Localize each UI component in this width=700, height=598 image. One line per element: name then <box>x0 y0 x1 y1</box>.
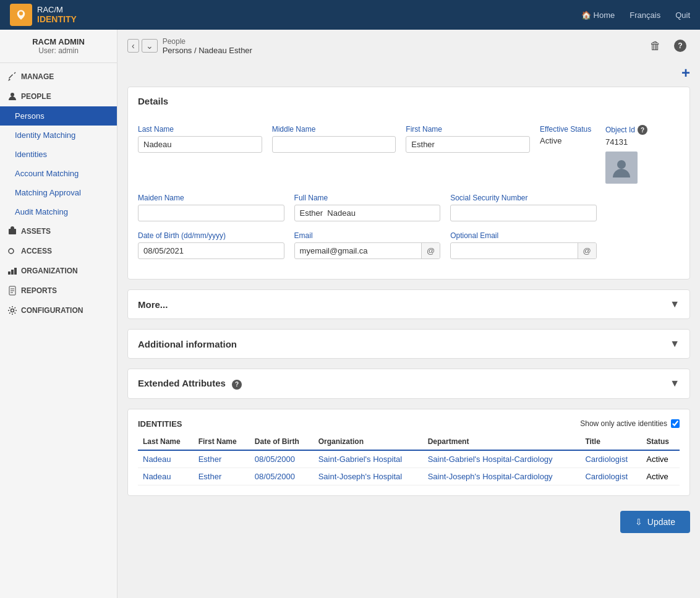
email-group: Email @ <box>294 231 441 259</box>
identities-section: IDENTITIES Show only active identities L… <box>127 409 690 496</box>
identities-title: IDENTITIES <box>138 419 182 429</box>
extended-attributes-section: Extended Attributes ? ▼ <box>127 369 690 399</box>
additional-info-header[interactable]: Additional information ▼ <box>128 330 689 358</box>
middle-name-input[interactable] <box>272 136 396 153</box>
identities-header: IDENTITIES Show only active identities <box>138 419 680 429</box>
extended-attributes-header[interactable]: Extended Attributes ? ▼ <box>128 369 689 398</box>
sidebar-userrole: User: admin <box>5 46 112 55</box>
main-content: ‹ ⌄ People Persons / Nadeau Esther 🗑 ? + <box>117 30 700 598</box>
sidebar-category-manage[interactable]: MANAGE <box>0 67 117 87</box>
col-last-name: Last Name <box>138 434 194 450</box>
add-button[interactable]: + <box>681 64 690 82</box>
col-first-name: First Name <box>194 434 250 450</box>
prev-button[interactable]: ‹ <box>127 39 139 53</box>
optional-email-group: Optional Email @ <box>450 231 597 259</box>
last-name-input[interactable] <box>138 136 262 153</box>
more-collapse-icon[interactable]: ▼ <box>670 299 680 310</box>
svg-rect-3 <box>9 229 16 234</box>
breadcrumb-bar: ‹ ⌄ People Persons / Nadeau Esther 🗑 ? <box>117 30 700 62</box>
svg-point-4 <box>9 249 14 254</box>
update-button[interactable]: ⇩ Update <box>620 511 690 533</box>
sidebar-item-matching-approval[interactable]: Matching Approval <box>0 183 117 202</box>
sidebar-category-access[interactable]: ACCESS <box>0 241 117 261</box>
update-row: ⇩ Update <box>117 506 700 540</box>
organization-icon <box>7 266 17 276</box>
last-name-label: Last Name <box>138 125 262 134</box>
dob-input[interactable] <box>138 242 284 259</box>
sidebar-item-account-matching[interactable]: Account Matching <box>0 164 117 183</box>
ssn-label: Social Security Number <box>450 194 597 202</box>
col-status: Status <box>641 434 680 450</box>
sidebar-item-persons[interactable]: Persons <box>0 106 117 126</box>
language-link[interactable]: Français <box>630 11 660 20</box>
extended-attributes-title: Extended Attributes ? <box>138 378 242 390</box>
maiden-name-input[interactable] <box>138 205 284 221</box>
home-link[interactable]: 🏠 Home <box>581 11 615 20</box>
sidebar: RACM ADMIN User: admin MANAGE PEOPLE Per… <box>0 30 117 598</box>
app-name: RAC/M IDENTITY <box>37 5 77 25</box>
help-icon: ? <box>674 40 686 52</box>
sidebar-category-reports[interactable]: REPORTS <box>0 281 117 301</box>
sidebar-item-identity-matching[interactable]: Identity Matching <box>0 126 117 145</box>
show-active-checkbox[interactable] <box>671 419 680 428</box>
email-at-icon: @ <box>421 243 440 258</box>
wrench-icon <box>7 72 17 82</box>
col-title: Title <box>580 434 641 450</box>
logo-area: RAC/M IDENTITY <box>10 4 77 26</box>
object-id-value: 74131 <box>605 137 680 147</box>
nav-arrows: ‹ ⌄ <box>127 39 158 53</box>
email-input[interactable] <box>295 243 421 258</box>
optional-email-label: Optional Email <box>450 231 597 240</box>
table-row: NadeauEsther08/05/2000Saint-Joseph's Hos… <box>138 468 680 485</box>
form-row-3: Date of Birth (dd/mm/yyyy) Email @ Optio… <box>138 231 680 259</box>
object-id-group: Object Id ? 74131 <box>605 125 680 184</box>
breadcrumb-left: ‹ ⌄ People Persons / Nadeau Esther <box>127 37 252 55</box>
add-button-row: + <box>117 62 700 87</box>
help-button[interactable]: ? <box>670 36 690 56</box>
additional-info-collapse-icon[interactable]: ▼ <box>670 338 680 349</box>
details-content: Last Name Middle Name First Name Effecti… <box>128 115 689 279</box>
sidebar-item-audit-matching[interactable]: Audit Matching <box>0 202 117 221</box>
sidebar-item-identities[interactable]: Identities <box>0 145 117 164</box>
more-header[interactable]: More... ▼ <box>128 290 689 318</box>
first-name-input[interactable] <box>406 136 530 153</box>
reports-icon <box>7 286 17 296</box>
maiden-name-group: Maiden Name <box>138 194 284 221</box>
identities-table: Last Name First Name Date of Birth Organ… <box>138 434 680 485</box>
sidebar-category-configuration[interactable]: CONFIGURATION <box>0 301 117 320</box>
more-title: More... <box>138 299 168 310</box>
additional-info-title: Additional information <box>138 339 237 349</box>
object-id-help-icon[interactable]: ? <box>638 125 647 135</box>
svg-rect-6 <box>11 270 14 275</box>
people-icon <box>7 92 17 101</box>
configuration-icon <box>7 305 17 315</box>
sidebar-category-people[interactable]: PEOPLE <box>0 87 117 106</box>
quit-link[interactable]: Quit <box>675 11 690 20</box>
table-row: NadeauEsther08/05/2000Saint-Gabriel's Ho… <box>138 450 680 468</box>
full-name-input[interactable] <box>294 205 441 221</box>
delete-button[interactable]: 🗑 <box>646 36 665 56</box>
access-icon <box>7 246 17 256</box>
extended-attributes-help-icon[interactable]: ? <box>232 380 242 390</box>
details-section: Details Last Name Middle Name First Name <box>127 87 690 280</box>
svg-point-1 <box>19 12 23 15</box>
full-name-label: Full Name <box>294 194 441 202</box>
last-name-group: Last Name <box>138 125 262 153</box>
breadcrumb-actions: 🗑 ? <box>646 36 690 56</box>
identities-table-header-row: Last Name First Name Date of Birth Organ… <box>138 434 680 450</box>
col-department: Department <box>423 434 581 450</box>
optional-email-input[interactable] <box>451 243 577 258</box>
next-button[interactable]: ⌄ <box>142 39 158 53</box>
avatar-icon <box>610 156 633 179</box>
sidebar-category-organization[interactable]: ORGANIZATION <box>0 261 117 281</box>
show-active-label: Show only active identities <box>580 419 680 428</box>
effective-status-value: Active <box>540 136 595 145</box>
sidebar-category-assets[interactable]: ASSETS <box>0 221 117 241</box>
svg-point-13 <box>617 160 626 169</box>
avatar <box>605 152 638 184</box>
form-row-2: Maiden Name Full Name Social Security Nu… <box>138 194 680 221</box>
extended-attributes-collapse-icon[interactable]: ▼ <box>670 378 680 389</box>
breadcrumb: People Persons / Nadeau Esther <box>163 37 252 55</box>
ssn-group: Social Security Number <box>450 194 597 221</box>
ssn-input[interactable] <box>450 205 597 221</box>
